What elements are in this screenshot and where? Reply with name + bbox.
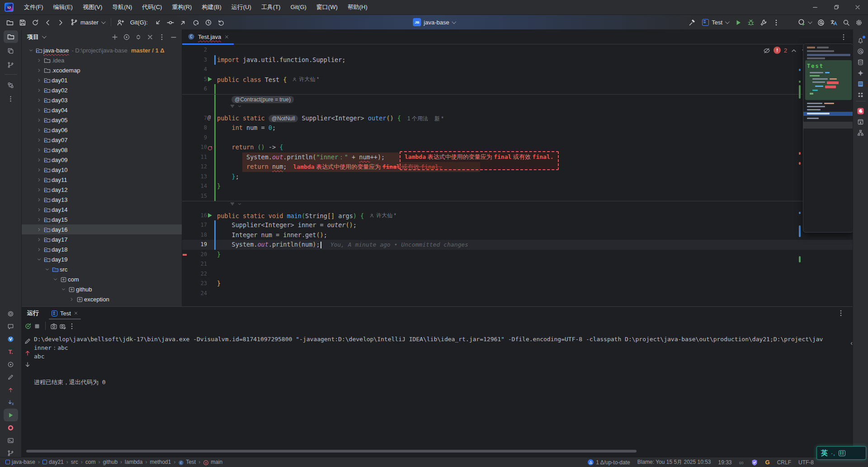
git-update-icon[interactable] — [151, 16, 164, 28]
project-widget[interactable]: JB java-base — [409, 17, 458, 27]
run-with-coverage-icon[interactable] — [757, 16, 770, 28]
chevron-right-icon[interactable] — [35, 118, 42, 123]
v-plugin-icon[interactable] — [4, 333, 18, 345]
tree-item-day13[interactable]: day13 — [22, 195, 182, 205]
code-line-17[interactable]: 17 Supplier<Integer> inner = outer(); — [182, 220, 853, 230]
more-run-options-icon[interactable] — [770, 16, 783, 28]
ime-keyboard-icon[interactable] — [839, 450, 845, 456]
code-text[interactable]: } — [217, 181, 853, 191]
git-menu-label[interactable]: Git(G): — [127, 18, 151, 27]
ime-punctuation[interactable]: ·, — [831, 450, 835, 457]
code-text[interactable]: @Contract(pure = true) — [217, 95, 853, 104]
comments-icon[interactable] — [4, 320, 18, 333]
code-text[interactable] — [217, 45, 853, 55]
minimize-icon[interactable] — [804, 0, 826, 15]
code-line-18[interactable]: 18 Integer num = inner.get(); — [182, 230, 853, 240]
tree-item-exception[interactable]: exception — [22, 294, 182, 304]
encoding-widget[interactable]: UTF-8 — [798, 459, 814, 466]
tree-item-day04[interactable]: day04 — [22, 105, 182, 115]
g-plugin-icon[interactable]: G — [765, 459, 770, 466]
debug-button[interactable] — [745, 16, 757, 28]
database-icon[interactable] — [855, 57, 867, 67]
chevron-right-icon[interactable] — [35, 247, 42, 252]
breadcrumb-github[interactable]: github — [102, 459, 118, 465]
contract-annotation-pill[interactable]: @Contract(pure = true) — [231, 96, 294, 103]
more-options-icon[interactable] — [156, 32, 167, 42]
breadcrumb-com[interactable]: com — [85, 459, 97, 465]
code-text[interactable] — [217, 289, 853, 299]
tree-item-com[interactable]: com — [22, 274, 182, 284]
recursive-call-icon[interactable] — [207, 143, 213, 152]
code-line-3[interactable]: 3import java.util.function.Supplier; — [182, 55, 853, 65]
gradle-icon[interactable] — [855, 67, 867, 78]
tab-options-icon[interactable] — [840, 33, 847, 41]
code-text[interactable]: return () -> { — [217, 143, 853, 152]
inspections-widget[interactable]: ! 2 — [763, 46, 808, 54]
chevron-right-icon[interactable] — [35, 167, 42, 172]
code-line-22[interactable]: 22 — [182, 269, 853, 279]
hide-panel-icon[interactable] — [168, 32, 179, 42]
profiler-widget[interactable] — [794, 18, 815, 27]
menu-GitG[interactable]: Git(G) — [285, 2, 311, 13]
sync-icon[interactable] — [29, 16, 42, 28]
project-view-selector[interactable]: 项目 — [27, 33, 45, 41]
tree-item-day02[interactable]: day02 — [22, 85, 182, 95]
ai-assistant-icon[interactable] — [855, 46, 867, 57]
code-text[interactable] — [217, 259, 853, 269]
code-line-6[interactable]: 6 — [182, 84, 853, 94]
breadcrumb-method1[interactable]: method1 — [149, 459, 172, 465]
code-text[interactable] — [217, 65, 853, 75]
code-line-14[interactable]: 14} — [182, 181, 853, 191]
tree-item-day19[interactable]: day19 — [22, 254, 182, 264]
code-text[interactable]: import java.util.function.Supplier; — [217, 55, 853, 65]
chevron-right-icon[interactable] — [35, 187, 42, 192]
close-run-tab-icon[interactable] — [74, 311, 78, 315]
add-icon[interactable] — [109, 32, 120, 42]
code-text[interactable]: System.out.println(num);You, A minute ag… — [217, 240, 853, 250]
translation-icon[interactable]: T. — [4, 345, 18, 358]
search-everywhere-icon[interactable] — [840, 16, 853, 28]
tab-test-java[interactable]: C Test.java — [182, 29, 234, 44]
run-tool-icon[interactable] — [4, 409, 18, 421]
ime-toolbar[interactable]: 英 ·, — [816, 446, 866, 460]
menu-重构R[interactable]: 重构(R) — [167, 2, 197, 13]
chevron-right-icon[interactable] — [35, 217, 42, 222]
breadcrumb-java-base[interactable]: java-base — [5, 459, 36, 465]
jpa-buddy-icon[interactable] — [855, 105, 867, 116]
chevron-right-icon[interactable] — [68, 297, 75, 302]
ai-assistant-icon[interactable] — [815, 16, 827, 28]
open-project-icon[interactable] — [4, 16, 16, 28]
code-text[interactable]: System.out.println("inner：" + num++); — [217, 152, 853, 162]
tree-item-github[interactable]: github — [22, 284, 182, 294]
code-inlay-row[interactable]: @Contract(pure = true) — [182, 94, 853, 104]
forward-icon[interactable] — [54, 16, 67, 28]
code-text[interactable]: Supplier<Integer> inner = outer(); — [217, 220, 853, 230]
code-line-23[interactable]: 23} — [182, 279, 853, 289]
author-inlay[interactable]: 许大仙 * — [369, 211, 396, 221]
code-text[interactable] — [217, 84, 853, 94]
chevron-right-icon[interactable] — [35, 58, 42, 63]
project-folder-icon[interactable] — [4, 30, 18, 43]
code-text[interactable] — [217, 104, 853, 114]
code-text[interactable] — [217, 201, 853, 211]
code-line-5[interactable]: 5public class Test {许大仙 * — [182, 75, 853, 85]
run-tab-test[interactable]: Test — [49, 307, 81, 319]
highlighting-level-icon[interactable] — [763, 46, 770, 54]
infinity-plugin-icon[interactable]: ∞ — [739, 459, 744, 466]
vcs-status-widget[interactable]: Δ 1 Δ/up-to-date — [588, 459, 630, 466]
coverage-icon[interactable] — [4, 307, 18, 320]
blame-widget[interactable]: Blame: You 15 5月 2025 10:53 — [637, 458, 711, 466]
menu-文件F[interactable]: 文件(F) — [19, 2, 48, 13]
code-line-2[interactable]: 2 — [182, 45, 853, 55]
code-text[interactable]: } — [217, 279, 853, 289]
chevron-right-icon[interactable] — [35, 138, 42, 143]
console-more-icon[interactable] — [68, 322, 75, 330]
tree-item-day15[interactable]: day15 — [22, 214, 182, 224]
dictionary-icon[interactable] — [855, 116, 867, 127]
menu-帮助H[interactable]: 帮助(H) — [343, 2, 373, 13]
save-all-icon[interactable] — [16, 16, 29, 28]
chevron-right-icon[interactable] — [35, 227, 42, 232]
code-line-16[interactable]: 16public static void main(String[] args)… — [182, 211, 853, 221]
close-tab-icon[interactable] — [224, 34, 229, 39]
tree-item-src[interactable]: src — [22, 264, 182, 274]
